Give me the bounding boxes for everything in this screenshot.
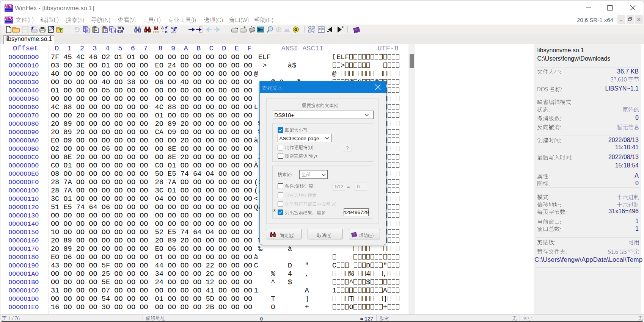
svg-text:HEX: HEX [171,30,176,33]
svg-text:b: b [110,27,112,30]
svg-text:A: A [171,26,173,30]
svg-text:B: B [165,30,168,33]
svg-text:HEX: HEX [5,4,13,9]
svg-text:HEX: HEX [153,30,159,33]
svg-text:HEX: HEX [5,16,13,20]
svg-text:B: B [113,29,116,33]
svg-text:010: 010 [117,29,123,33]
svg-text:A: A [161,26,164,30]
